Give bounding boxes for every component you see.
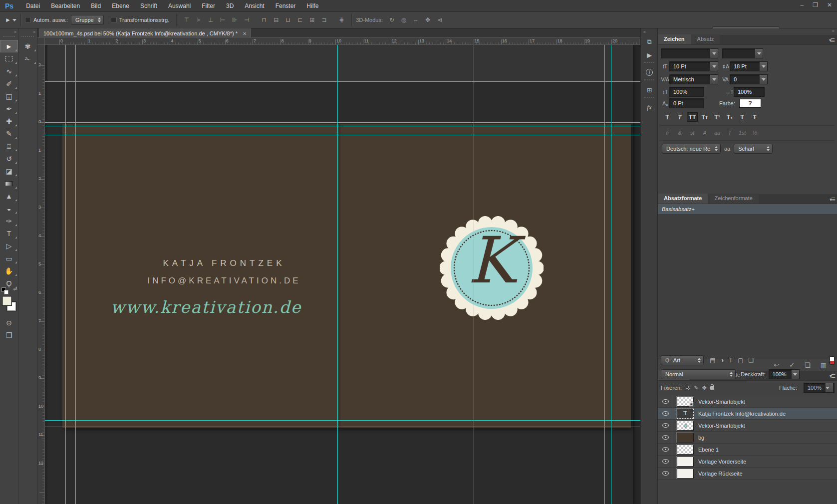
distribute-bottom-edges-icon[interactable]: ⊔ (282, 15, 293, 25)
stylistic-alternates-button[interactable]: aa (712, 128, 723, 137)
layer-row[interactable]: TKatja Frontzek Info@kreativation.de (658, 408, 837, 420)
menu-filter[interactable]: Filter (196, 2, 221, 9)
distribute-vertical-centers-icon[interactable]: ⊟ (271, 15, 281, 25)
leading-dropdown[interactable]: 18 Pt (730, 61, 768, 71)
layer-row[interactable]: Vorlage Rückseite (658, 468, 837, 480)
layer-visibility-eye-icon[interactable] (662, 471, 669, 476)
layer-name[interactable]: Vorlage Vorderseite (698, 459, 746, 465)
minimize-button[interactable]: – (800, 1, 804, 8)
foreground-color-swatch[interactable] (2, 296, 12, 306)
layer-row[interactable]: ▣Vektor-Smartobjekt (658, 396, 837, 408)
layer-name[interactable]: Katja Frontzek Info@kreativation.de (698, 411, 786, 417)
filter-type-layers-icon[interactable]: T (729, 357, 733, 364)
horizontal-guide[interactable] (45, 122, 640, 123)
dodge-tool[interactable]: ◒ (0, 202, 18, 215)
menu-auswahl[interactable]: Auswahl (163, 2, 196, 9)
tab-zeichen[interactable]: Zeichen (658, 34, 691, 44)
filter-pixel-layers-icon[interactable]: ▤ (710, 357, 715, 364)
vertical-guide[interactable] (611, 45, 611, 504)
dock-collapse-icon[interactable]: » (18, 28, 37, 35)
distribute-right-edges-icon[interactable]: ⊐ (318, 15, 329, 25)
blur-tool[interactable]: ▲ (0, 190, 18, 202)
quick-selection-tool[interactable]: ✐ (0, 77, 18, 90)
panel-menu-icon[interactable] (829, 37, 834, 43)
layer-thumbnail[interactable] (677, 469, 694, 479)
dock-grip[interactable] (21, 36, 34, 39)
canvas-area[interactable]: KATJA FRONTZEK INFO@KREATIVATION.DE www.… (45, 45, 640, 504)
default-colors-icon[interactable] (1, 287, 6, 292)
pen-tool[interactable]: ✑ (0, 215, 18, 227)
crop-tool[interactable]: ◱ (0, 90, 18, 102)
rectangle-tool[interactable]: ▭ (0, 252, 18, 264)
language-dropdown[interactable]: Deutsch: neue Re... (662, 144, 721, 154)
clone-source-panel-icon[interactable]: ⧉ (641, 35, 658, 48)
menu-hilfe[interactable]: Hilfe (301, 2, 324, 9)
lock-all-icon[interactable] (710, 386, 714, 390)
menu-bild[interactable]: Bild (85, 2, 106, 9)
lasso-tool[interactable]: ∿ (0, 65, 18, 77)
vertical-scale-field[interactable]: 100% (669, 87, 704, 97)
3d-orbit-icon[interactable]: ↻ (386, 15, 397, 25)
superscript-button[interactable]: T¹ (712, 112, 723, 122)
align-top-edges-icon[interactable]: ⊤ (181, 15, 192, 25)
layer-comps-panel-icon[interactable]: fx (641, 101, 658, 114)
tab-close-icon[interactable]: ✕ (243, 31, 247, 36)
actions-panel-icon[interactable]: ▶ (641, 48, 658, 61)
vertical-guide[interactable] (604, 45, 605, 504)
layer-row[interactable]: Vorlage Vorderseite (658, 456, 837, 468)
hand-tool[interactable]: ✋ (0, 264, 18, 277)
menu-3d[interactable]: 3D (221, 2, 239, 9)
font-family-dropdown[interactable] (661, 48, 718, 58)
layer-name[interactable]: Ebene 1 (698, 447, 719, 453)
antialias-dropdown[interactable]: Scharf (734, 144, 773, 154)
vertical-guide[interactable] (65, 45, 66, 504)
style-row-basisabsatz[interactable]: Basisabsatz+ (658, 204, 837, 214)
layer-thumbnail[interactable] (677, 421, 694, 431)
baseline-shift-field[interactable]: 0 Pt (669, 98, 704, 108)
text-color-swatch[interactable]: ? (739, 99, 761, 108)
align-vertical-centers-icon[interactable]: ⊧ (193, 15, 204, 25)
horizontal-guide[interactable] (45, 135, 640, 135)
horizontal-guide[interactable] (45, 420, 640, 421)
strikethrough-button[interactable]: Ŧ (749, 112, 760, 122)
vertical-guide[interactable] (337, 45, 338, 504)
layer-thumbnail[interactable] (677, 445, 694, 455)
path-selection-tool[interactable]: ▷ (0, 240, 18, 252)
healing-brush-tool[interactable]: ✚ (0, 115, 18, 127)
filter-shape-layers-icon[interactable]: ▢ (738, 357, 743, 364)
brush-tool[interactable]: ✎ (0, 127, 18, 140)
small-caps-button[interactable]: Tᴛ (699, 112, 710, 122)
kerning-dropdown[interactable]: Metrisch (669, 74, 718, 84)
info-panel-icon[interactable]: i (641, 66, 658, 79)
rectangular-marquee-tool[interactable] (0, 52, 18, 65)
vertical-ruler[interactable]: 210123456789101112 (37, 45, 45, 504)
distribute-top-edges-icon[interactable]: ⊓ (259, 15, 270, 25)
discretionary-ligatures-button[interactable]: st (687, 128, 698, 137)
layer-filter-toggle[interactable] (830, 356, 835, 365)
eraser-tool[interactable]: ◪ (0, 165, 18, 177)
layer-visibility-eye-icon[interactable] (662, 435, 669, 440)
current-tool-icon[interactable]: ► (5, 16, 16, 23)
font-size-dropdown[interactable]: 10 Pt (669, 61, 718, 71)
swap-colors-icon[interactable]: ⇄ (13, 286, 17, 291)
layer-visibility-eye-icon[interactable] (662, 447, 669, 452)
type-tool[interactable]: T (0, 227, 18, 240)
restore-button[interactable]: ❐ (813, 1, 818, 8)
layer-row[interactable]: Ebene 1 (658, 444, 837, 456)
panel-menu-icon[interactable] (830, 197, 835, 202)
auto-align-layers-icon[interactable]: ⋕ (336, 15, 347, 25)
menu-schrift[interactable]: Schrift (135, 2, 163, 9)
filter-smart-objects-icon[interactable]: ❏ (748, 357, 754, 364)
auto-select-group-dropdown[interactable]: Gruppe (71, 15, 104, 25)
fractions-button[interactable]: ½ (749, 128, 760, 137)
dock-expand-icon[interactable]: « (641, 28, 657, 35)
align-left-edges-icon[interactable]: ⊢ (217, 15, 228, 25)
layer-name[interactable]: Vorlage Rückseite (698, 471, 743, 477)
layer-thumbnail[interactable] (677, 457, 694, 467)
subscript-button[interactable]: T₁ (724, 112, 735, 122)
faux-bold-button[interactable]: T (662, 112, 673, 122)
tracking-dropdown[interactable]: 0 (730, 74, 768, 84)
eyedropper-tool[interactable]: ✒ (0, 102, 18, 115)
menu-ebene[interactable]: Ebene (106, 2, 135, 9)
layer-row[interactable]: bg (658, 432, 837, 444)
